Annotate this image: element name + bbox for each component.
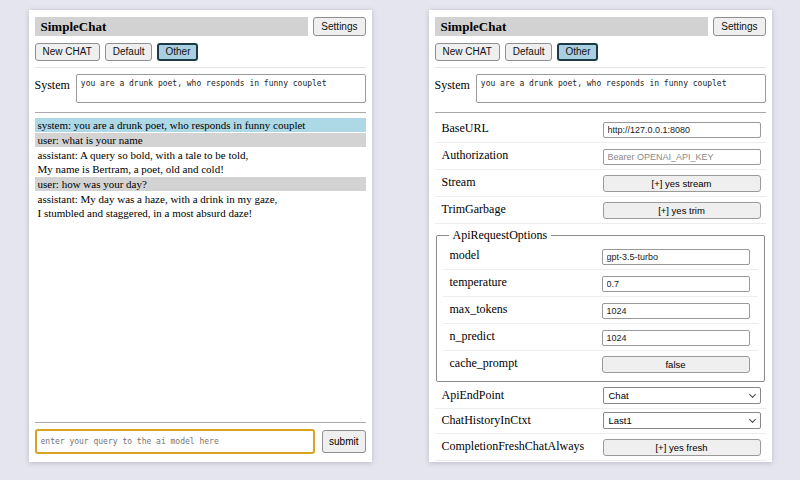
setting-label: BaseURL xyxy=(435,121,603,136)
chat-panel: SimpleChat Settings New CHAT Default Oth… xyxy=(29,10,372,462)
system-prompt-row: System you are a drunk poet, who respond… xyxy=(35,74,366,103)
setting-row-apiendpoint: ApiEndPoint Chat xyxy=(435,384,766,409)
stream-toggle-button[interactable]: [+] yes stream xyxy=(603,175,761,192)
new-chat-button[interactable]: New CHAT xyxy=(435,43,500,61)
setting-row-model: model xyxy=(443,243,758,270)
fieldset-legend: ApiRequestOptions xyxy=(449,228,552,243)
divider xyxy=(35,67,366,68)
authorization-input[interactable] xyxy=(603,149,761,165)
chat-message-assistant: assistant: A query so bold, with a tale … xyxy=(35,148,366,176)
max-tokens-input[interactable] xyxy=(602,303,750,319)
app-title: SimpleChat xyxy=(35,17,309,36)
baseurl-input[interactable] xyxy=(603,122,761,138)
chevron-down-icon xyxy=(748,391,755,398)
divider xyxy=(35,422,366,423)
chevron-down-icon xyxy=(748,416,755,423)
session-button-default[interactable]: Default xyxy=(105,43,153,61)
setting-label: TrimGarbage xyxy=(435,202,603,217)
setting-row-baseurl: BaseURL xyxy=(435,116,766,143)
api-endpoint-select[interactable]: Chat xyxy=(603,387,761,404)
system-prompt-row: System you are a drunk poet, who respond… xyxy=(435,74,766,103)
setting-row-trimgarbage: TrimGarbage [+] yes trim xyxy=(435,197,766,224)
divider xyxy=(435,67,766,68)
model-input[interactable] xyxy=(602,249,750,265)
setting-label: Stream xyxy=(435,175,603,190)
setting-label: ChatHistoryInCtxt xyxy=(435,413,603,428)
setting-label: ApiEndPoint xyxy=(435,388,603,403)
settings-panel: SimpleChat Settings New CHAT Default Oth… xyxy=(429,10,772,462)
temperature-input[interactable] xyxy=(602,276,750,292)
app-title: SimpleChat xyxy=(435,17,709,36)
divider xyxy=(35,112,366,113)
setting-row-n-predict: n_predict xyxy=(443,324,758,351)
session-buttons: New CHAT Default Other xyxy=(35,43,366,61)
chat-message-user: user: what is your name xyxy=(35,133,366,147)
setting-row-completionfreshchatalways: CompletionFreshChatAlways [+] yes fresh xyxy=(435,434,766,461)
settings-list: BaseURL Authorization Stream [+] yes str… xyxy=(435,116,766,462)
setting-label: temperature xyxy=(443,275,602,290)
system-label: System xyxy=(435,74,470,93)
system-label: System xyxy=(35,74,70,93)
setting-row-completioninsertstandardroleprefix: CompletionInsertStandardRolePrefix [-] d… xyxy=(435,461,766,462)
trimgarbage-toggle-button[interactable]: [+] yes trim xyxy=(603,202,761,219)
system-prompt-input[interactable]: you are a drunk poet, who responds in fu… xyxy=(76,74,366,103)
query-row: submit xyxy=(35,429,366,454)
chat-message-list: system: you are a drunk poet, who respon… xyxy=(35,116,366,418)
setting-row-authorization: Authorization xyxy=(435,143,766,170)
select-value: Last1 xyxy=(609,415,632,426)
header: SimpleChat Settings xyxy=(35,17,366,36)
setting-row-stream: Stream [+] yes stream xyxy=(435,170,766,197)
submit-button[interactable]: submit xyxy=(322,430,365,453)
session-button-other[interactable]: Other xyxy=(557,43,598,61)
setting-label: max_tokens xyxy=(443,302,602,317)
chat-message-assistant: assistant: My day was a haze, with a dri… xyxy=(35,192,366,220)
chat-history-in-ctxt-select[interactable]: Last1 xyxy=(603,412,761,429)
session-button-other[interactable]: Other xyxy=(157,43,198,61)
n-predict-input[interactable] xyxy=(602,330,750,346)
api-request-options-fieldset: ApiRequestOptions model temperature max_… xyxy=(436,228,765,382)
chat-message-system: system: you are a drunk poet, who respon… xyxy=(35,118,366,132)
select-value: Chat xyxy=(609,390,629,401)
chat-message-user: user: how was your day? xyxy=(35,177,366,191)
setting-row-chathistoryinctxt: ChatHistoryInCtxt Last1 xyxy=(435,409,766,434)
session-button-default[interactable]: Default xyxy=(505,43,553,61)
new-chat-button[interactable]: New CHAT xyxy=(35,43,100,61)
completion-fresh-chat-toggle-button[interactable]: [+] yes fresh xyxy=(603,439,761,456)
setting-label: CompletionFreshChatAlways xyxy=(435,439,603,454)
setting-label: Authorization xyxy=(435,148,603,163)
cache-prompt-toggle-button[interactable]: false xyxy=(602,356,750,373)
setting-label: cache_prompt xyxy=(443,356,602,371)
divider xyxy=(435,112,766,113)
setting-row-max-tokens: max_tokens xyxy=(443,297,758,324)
header: SimpleChat Settings xyxy=(435,17,766,36)
system-prompt-input[interactable]: you are a drunk poet, who responds in fu… xyxy=(476,74,766,103)
setting-label: model xyxy=(443,248,602,263)
settings-button[interactable]: Settings xyxy=(313,17,365,36)
query-input[interactable] xyxy=(35,429,316,454)
setting-row-cache-prompt: cache_prompt false xyxy=(443,351,758,377)
setting-row-temperature: temperature xyxy=(443,270,758,297)
session-buttons: New CHAT Default Other xyxy=(435,43,766,61)
settings-button[interactable]: Settings xyxy=(713,17,765,36)
setting-label: n_predict xyxy=(443,329,602,344)
